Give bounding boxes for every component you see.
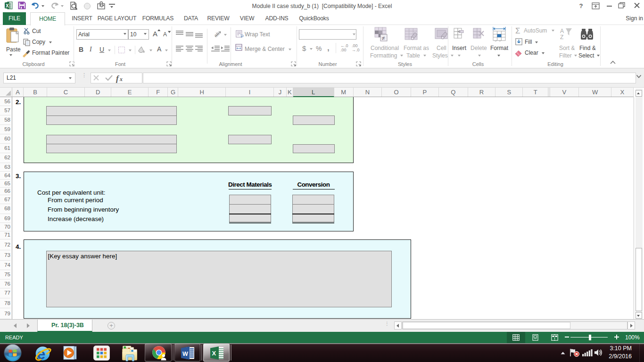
svg-text:x: x (119, 76, 123, 82)
svg-text:≠: ≠ (382, 35, 385, 41)
svg-text:W: W (182, 351, 188, 357)
svg-text:A: A (560, 28, 564, 34)
svg-text:X: X (6, 3, 9, 8)
svg-text:f: f (116, 74, 120, 83)
svg-text:X: X (212, 350, 216, 357)
svg-text:Z: Z (560, 34, 563, 41)
